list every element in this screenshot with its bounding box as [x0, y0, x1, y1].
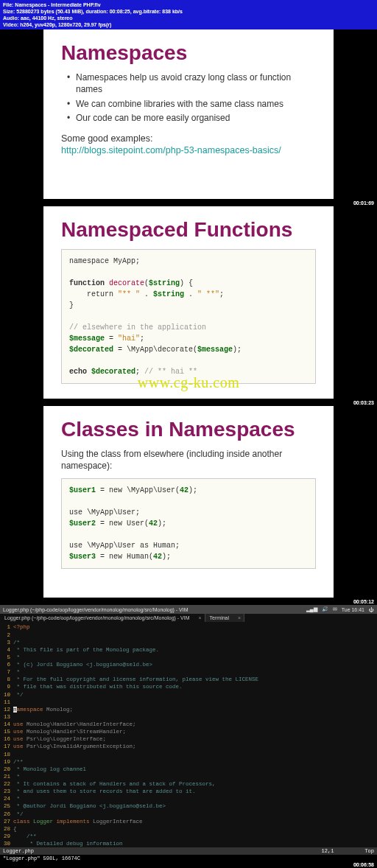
- vim-status-filename: Logger.php: [3, 848, 34, 854]
- vim-line: 28{: [0, 825, 377, 833]
- terminal-system-bar: Logger.php (~/php-code/oop/logger/vendor…: [0, 605, 377, 614]
- terminal-section: Logger.php (~/php-code/oop/logger/vendor…: [0, 605, 377, 862]
- file-info-line: Video: h264, yuv420p, 1280x720, 29.97 fp…: [3, 21, 374, 28]
- file-info-line: File: Namespaces - Intermediate PHP.flv: [3, 1, 374, 8]
- close-icon[interactable]: ×: [198, 615, 201, 620]
- wifi-icon: ▂▄▆: [306, 606, 317, 612]
- vim-line: 9 * file that was distributed with this …: [0, 683, 377, 690]
- vim-line: 11: [0, 699, 377, 706]
- vim-line: 20 * Monolog log channel: [0, 766, 377, 773]
- slide-namespaces: Namespaces Namespaces help us avoid craz…: [43, 29, 334, 199]
- slide2-code: namespace MyApp; function decorate($stri…: [61, 249, 316, 384]
- vim-line: 2: [0, 631, 377, 639]
- vim-status-scroll: Top: [364, 848, 374, 854]
- vim-line: 7 *: [0, 668, 377, 676]
- terminal-tab-vim[interactable]: Logger.php (~/php-code/oop/logger/vendor…: [0, 614, 205, 622]
- slide-1-wrap: Namespaces Namespaces help us avoid craz…: [0, 29, 377, 199]
- vim-line: 4 * This file is part of the Monolog pac…: [0, 646, 377, 654]
- close-icon[interactable]: ×: [238, 615, 241, 620]
- terminal-tabbar: Logger.php (~/php-code/oop/logger/vendor…: [0, 614, 377, 622]
- vim-line: 30 * Detailed debug information: [0, 840, 377, 847]
- vim-line: 22 * It contains a stack of Handlers and…: [0, 780, 377, 788]
- slide1-gap: 00:01:69: [0, 199, 377, 206]
- vim-line: 21 *: [0, 773, 377, 780]
- vim-status-position: 12,1: [322, 848, 334, 854]
- vim-line: 16use Psr\Log\LoggerInterface;: [0, 735, 377, 743]
- clock: Tue 16:41: [342, 607, 364, 612]
- vim-line: 18: [0, 751, 377, 758]
- vim-line: 13: [0, 713, 377, 721]
- slide1-bullet: We can combine libraries with the same c…: [76, 99, 316, 111]
- slide3-timestamp: 00:05:12: [353, 599, 374, 604]
- terminal-tab-shell[interactable]: Terminal×: [205, 614, 244, 622]
- slide1-timestamp: 00:01:69: [353, 200, 374, 206]
- slide-3-wrap: Classes in Namespaces Using the class fr…: [0, 406, 377, 598]
- vim-status-bar: Logger.php 12,1 Top: [0, 847, 377, 855]
- slide1-examples-label: Some good examples:: [61, 133, 316, 144]
- slide2-gap: 00:03:23: [0, 399, 377, 406]
- slide1-link[interactable]: http://blogs.sitepoint.com/php-53-namesp…: [61, 145, 281, 155]
- vim-line: 8 * For the full copyright and license i…: [0, 676, 377, 683]
- vim-line: 5 *: [0, 654, 377, 661]
- terminal-timestamp: 00:06:58: [353, 862, 374, 867]
- slide3-title: Classes in Namespaces: [61, 418, 316, 441]
- vim-line: 6 * (c) Jordi Boggiano <j.boggiano@seld.…: [0, 661, 377, 668]
- vim-editor-body[interactable]: 1<?php23/*4 * This file is part of the M…: [0, 622, 377, 847]
- slide2-title: Namespaced Functions: [61, 218, 316, 242]
- vim-line: 29 /**: [0, 833, 377, 840]
- volume-icon: 🔊: [322, 606, 328, 612]
- slide3-subtitle: Using the class from elsewhere (includin…: [61, 449, 316, 472]
- terminal-window-title: Logger.php (~/php-code/oop/logger/vendor…: [3, 607, 188, 612]
- vim-line: 25 * @author Jordi Boggiano <j.boggiano@…: [0, 802, 377, 810]
- vim-line: 24 *: [0, 795, 377, 802]
- mail-icon: ✉: [333, 606, 337, 612]
- vim-line: 15use Monolog\Handler\StreamHandler;: [0, 728, 377, 735]
- slide1-bullet: Namespaces help us avoid crazy long clas…: [76, 72, 316, 95]
- slide3-code: $user1 = new \MyApp\User(42); use \MyApp…: [61, 478, 316, 569]
- slide2-timestamp: 00:03:23: [353, 400, 374, 405]
- vim-line: 3/*: [0, 639, 377, 646]
- vim-command-line: "Logger.php" 598L, 16674C: [0, 855, 377, 862]
- vim-line: 14use Monolog\Handler\HandlerInterface;: [0, 721, 377, 728]
- slide-namespaced-functions: Namespaced Functions namespace MyApp; fu…: [43, 206, 334, 399]
- file-info-line: Audio: aac, 44100 Hz, stereo: [3, 15, 374, 21]
- watermark: www.cg-ku.com: [138, 374, 240, 391]
- vim-line: 19/**: [0, 758, 377, 766]
- terminal-gap: 00:06:58: [0, 862, 377, 868]
- slide-2-wrap: Namespaced Functions namespace MyApp; fu…: [0, 206, 377, 399]
- vim-line: 23 * and uses them to store records that…: [0, 788, 377, 795]
- power-icon: ⏻: [369, 607, 374, 612]
- slide1-bullets: Namespaces help us avoid crazy long clas…: [61, 72, 316, 124]
- slide1-title: Namespaces: [61, 41, 316, 65]
- system-tray: ▂▄▆ 🔊 ✉ Tue 16:41 ⏻: [306, 606, 374, 612]
- vim-line: 12namespace Monolog;: [0, 706, 377, 713]
- vim-line: 27class Logger implements LoggerInterfac…: [0, 818, 377, 825]
- file-info-bar: File: Namespaces - Intermediate PHP.flv …: [0, 0, 377, 29]
- file-info-line: Size: 52880273 bytes (50.43 MiB), durati…: [3, 8, 374, 15]
- slide-classes-namespaces: Classes in Namespaces Using the class fr…: [43, 406, 334, 598]
- vim-line: 17use Psr\Log\InvalidArgumentException;: [0, 743, 377, 750]
- slide1-bullet: Our code can be more easily organised: [76, 113, 316, 125]
- slide3-gap: 00:05:12: [0, 598, 377, 605]
- vim-line: 10 */: [0, 691, 377, 699]
- vim-line: 1<?php: [0, 623, 377, 631]
- vim-line: 26 */: [0, 811, 377, 818]
